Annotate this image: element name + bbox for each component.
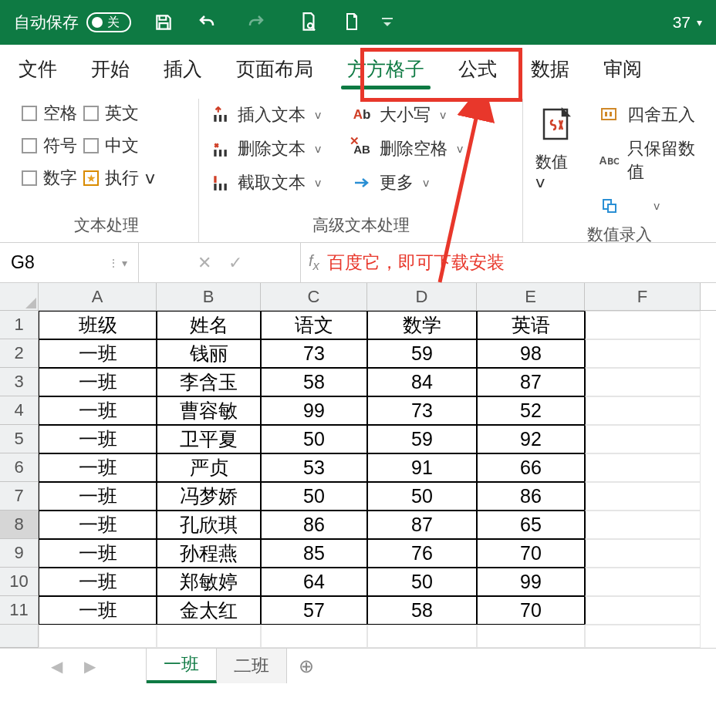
cancel-icon[interactable]: ✕: [198, 253, 211, 273]
grid-cell[interactable]: [261, 625, 367, 648]
grid-cell[interactable]: 57: [261, 596, 367, 625]
select-all-corner[interactable]: [0, 283, 39, 310]
grid-cell[interactable]: 李含玉: [157, 368, 261, 396]
grid-cell[interactable]: 一班: [39, 596, 157, 625]
col-header-A[interactable]: A: [39, 283, 157, 310]
grid-cell[interactable]: 孙程燕: [157, 539, 261, 568]
grid-cell[interactable]: [585, 311, 701, 339]
grid-cell[interactable]: 语文: [261, 311, 367, 339]
grid-cell[interactable]: [585, 596, 701, 625]
grid-cell[interactable]: 姓名: [157, 311, 261, 339]
formula-input[interactable]: fx 百度它，即可下载安装: [301, 243, 716, 282]
grid-cell[interactable]: 钱丽: [157, 339, 261, 368]
grid-cell[interactable]: 一班: [39, 539, 157, 568]
confirm-icon[interactable]: ✓: [228, 253, 242, 273]
tab-layout[interactable]: 页面布局: [230, 50, 319, 88]
grid-cell[interactable]: 金太红: [157, 596, 261, 625]
grid-cell[interactable]: 孔欣琪: [157, 511, 261, 539]
grid-cell[interactable]: 50: [367, 568, 477, 596]
grid-cell[interactable]: 曹容敏: [157, 396, 261, 425]
undo-icon[interactable]: [196, 12, 218, 33]
grid-cell[interactable]: 98: [477, 339, 585, 368]
chevron-down-icon[interactable]: ▾: [697, 16, 702, 29]
chk-symbol[interactable]: 符号: [22, 134, 77, 157]
grid-cell[interactable]: [585, 511, 701, 539]
btn-cut-text[interactable]: 截取文本ⅴ: [207, 170, 324, 196]
grid-cell[interactable]: 一班: [39, 368, 157, 396]
btn-keepnum[interactable]: Aʙᴄ只保留数值: [596, 136, 708, 185]
grid-cell[interactable]: 65: [477, 511, 585, 539]
sheet-tab-1[interactable]: 一班: [147, 649, 217, 683]
chk-en[interactable]: 英文: [83, 102, 155, 125]
grid-cell[interactable]: 英语: [477, 311, 585, 339]
save-icon[interactable]: [153, 12, 174, 33]
grid-cell[interactable]: 91: [367, 453, 477, 482]
grid-cell[interactable]: [585, 425, 701, 453]
grid-cell[interactable]: 一班: [39, 425, 157, 453]
col-header-E[interactable]: E: [477, 283, 585, 310]
grid-cell[interactable]: 59: [367, 425, 477, 453]
grid-cell[interactable]: 87: [477, 368, 585, 396]
grid-cell[interactable]: [585, 568, 701, 596]
row-header[interactable]: 3: [0, 368, 39, 396]
grid-cell[interactable]: [585, 396, 701, 425]
chk-cn[interactable]: 中文: [83, 134, 155, 157]
row-header[interactable]: 8: [0, 511, 39, 539]
row-header[interactable]: 10: [0, 568, 39, 596]
col-header-D[interactable]: D: [367, 283, 477, 310]
grid-cell[interactable]: 70: [477, 539, 585, 568]
grid-cell[interactable]: 87: [367, 511, 477, 539]
row-header[interactable]: 11: [0, 596, 39, 625]
tab-formula[interactable]: 公式: [452, 50, 503, 88]
grid-cell[interactable]: [477, 625, 585, 648]
grid-cell[interactable]: 84: [367, 368, 477, 396]
new-file-icon[interactable]: [341, 12, 363, 33]
grid-cell[interactable]: 50: [261, 482, 367, 511]
btn-delete-text[interactable]: 删除文本ⅴ: [207, 136, 324, 162]
row-header[interactable]: 1: [0, 311, 39, 339]
grid-cell[interactable]: [585, 482, 701, 511]
row-header[interactable]: 6: [0, 453, 39, 482]
grid-cell[interactable]: 59: [367, 339, 477, 368]
grid-cell[interactable]: 85: [261, 539, 367, 568]
grid-cell[interactable]: [585, 368, 701, 396]
fx-icon[interactable]: fx: [309, 252, 319, 274]
tab-insert[interactable]: 插入: [157, 50, 208, 88]
btn-more[interactable]: 更多ⅴ: [349, 170, 466, 196]
row-header[interactable]: [0, 625, 39, 648]
chk-num[interactable]: 数字: [22, 167, 77, 190]
grid-cell[interactable]: 92: [477, 425, 585, 453]
grid-cell[interactable]: 50: [367, 482, 477, 511]
grid-cell[interactable]: 一班: [39, 482, 157, 511]
grid-cell[interactable]: 99: [261, 396, 367, 425]
grid-cell[interactable]: [585, 339, 701, 368]
row-header[interactable]: 4: [0, 396, 39, 425]
name-box[interactable]: G8 ⋮ ▾: [0, 243, 139, 282]
grid-cell[interactable]: 班级: [39, 311, 157, 339]
grid-cell[interactable]: 73: [367, 396, 477, 425]
btn-round[interactable]: 四舍五入: [596, 102, 708, 128]
btn-insert-text[interactable]: 插入文本ⅴ: [207, 102, 324, 128]
grid-cell[interactable]: 76: [367, 539, 477, 568]
grid-cell[interactable]: 一班: [39, 568, 157, 596]
grid-cell[interactable]: 53: [261, 453, 367, 482]
btn-paste-special[interactable]: ⅴ: [596, 193, 708, 219]
btn-case[interactable]: Ab大小写ⅴ: [349, 102, 466, 128]
grid-cell[interactable]: 58: [367, 596, 477, 625]
grid-cell[interactable]: 卫平夏: [157, 425, 261, 453]
grid-cell[interactable]: 冯梦娇: [157, 482, 261, 511]
grid-cell[interactable]: [367, 625, 477, 648]
customize-qat-icon[interactable]: [377, 12, 398, 33]
add-sheet-icon[interactable]: ⊕: [287, 649, 326, 683]
sheet-tab-2[interactable]: 二班: [217, 649, 287, 683]
name-box-dropdown-icon[interactable]: ⋮ ▾: [108, 257, 127, 269]
row-header[interactable]: 2: [0, 339, 39, 368]
chk-space[interactable]: 空格: [22, 102, 77, 125]
autosave-toggle[interactable]: 自动保存 关: [14, 12, 131, 33]
grid-cell[interactable]: 99: [477, 568, 585, 596]
grid-cell[interactable]: 52: [477, 396, 585, 425]
tab-file[interactable]: 文件: [12, 50, 63, 88]
chk-exec[interactable]: 执行ⅴ: [83, 167, 155, 190]
row-header[interactable]: 9: [0, 539, 39, 568]
grid-cell[interactable]: 严贞: [157, 453, 261, 482]
